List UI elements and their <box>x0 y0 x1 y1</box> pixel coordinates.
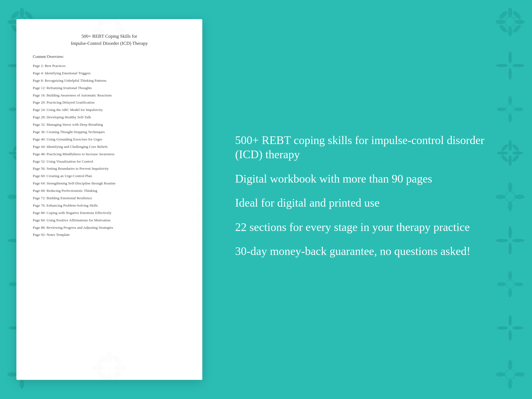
svg-point-119 <box>107 373 112 380</box>
document-watermark-right <box>189 158 202 241</box>
toc-item: Page 12: Reframing Irrational Thoughts <box>33 84 186 92</box>
toc-item: Page 8: Recognizing Unhelpful Thinking P… <box>33 77 186 84</box>
svg-point-104 <box>111 19 123 28</box>
toc-item: Page 48: Practicing Mindfulness to Incre… <box>33 151 186 158</box>
document-watermark-bottom <box>68 351 150 380</box>
document-title: 500+ REBT Coping Skills for Impulse-Cont… <box>33 33 186 47</box>
toc-item: Page 88: Reviewing Progress and Adjustin… <box>33 224 186 231</box>
toc-item: Page 40: Using Grounding Exercises for U… <box>33 136 186 143</box>
marketing-point-1: 500+ REBT coping skills for impulse-cont… <box>235 133 510 162</box>
toc-item: Page 36: Creating Thought-Stopping Techn… <box>33 128 186 136</box>
main-layout: 500+ REBT Coping Skills for Impulse-Cont… <box>0 0 532 399</box>
svg-point-115 <box>197 212 202 224</box>
marketing-point-4: 22 sections for every stage in your ther… <box>235 220 510 234</box>
toc-item: Page 52: Using Visualization for Control <box>33 158 186 165</box>
toc-item: Page 2: Best Practices <box>33 62 186 70</box>
svg-point-108 <box>17 179 21 191</box>
marketing-point-2: Digital workbook with more than 90 pages <box>235 172 510 186</box>
svg-point-122 <box>96 354 107 366</box>
toc-item: Page 32: Managing Stress with Deep Breat… <box>33 121 186 128</box>
svg-point-111 <box>17 228 21 240</box>
svg-point-113 <box>197 179 202 191</box>
svg-point-123 <box>111 354 123 366</box>
toc-item: Page 68: Reducing Perfectionistic Thinki… <box>33 187 186 195</box>
svg-point-107 <box>17 163 21 175</box>
svg-point-118 <box>107 351 112 363</box>
toc-item: Page 80: Coping with Negative Emotions E… <box>33 209 186 217</box>
toc-item: Page 84: Using Positive Affirmations for… <box>33 217 186 224</box>
content-overview-heading: Content Overview: <box>33 54 186 59</box>
toc-item: Page 16: Building Awareness of Automatic… <box>33 92 186 99</box>
svg-point-99 <box>107 19 112 25</box>
toc-item: Page 20: Practicing Delayed Gratificatio… <box>33 99 186 106</box>
marketing-panel: 500+ REBT coping skills for impulse-cont… <box>219 0 532 399</box>
toc-item: Page 76: Enhancing Problem-Solving Skill… <box>33 202 186 209</box>
toc-item: Page 28: Developing Healthy Self-Talk <box>33 114 186 121</box>
document-watermark-left <box>16 158 30 241</box>
toc-item: Page 72: Building Emotional Resilience <box>33 195 186 202</box>
svg-point-117 <box>101 360 118 376</box>
toc-item: Page 60: Creating an Urge-Control Plan <box>33 172 186 180</box>
svg-point-124 <box>96 370 107 380</box>
svg-point-101 <box>92 27 104 33</box>
table-of-contents: Page 2: Best PracticesPage 4: Identifyin… <box>33 62 186 239</box>
document-card: 500+ REBT Coping Skills for Impulse-Cont… <box>16 19 202 380</box>
toc-item: Page 4: Identifying Emotional Triggers <box>33 70 186 77</box>
document-panel: 500+ REBT Coping Skills for Impulse-Cont… <box>0 0 219 399</box>
svg-point-102 <box>114 27 126 33</box>
svg-point-125 <box>111 370 123 380</box>
toc-item: Page 56: Setting Boundaries to Prevent I… <box>33 165 186 172</box>
marketing-point-3: Ideal for digital and printed use <box>235 196 510 210</box>
svg-point-103 <box>96 19 107 28</box>
svg-point-109 <box>17 196 21 208</box>
toc-item: Page 92: Notes Template <box>33 231 186 239</box>
svg-point-116 <box>197 228 202 240</box>
marketing-point-5: 30-day money-back guarantee, no question… <box>235 244 510 259</box>
toc-item: Page 64: Strengthening Self-Discipline t… <box>33 180 186 187</box>
svg-point-120 <box>92 365 104 371</box>
svg-point-112 <box>197 163 202 175</box>
toc-item: Page 24: Using the ABC Model for Impulsi… <box>33 106 186 114</box>
svg-point-114 <box>197 196 202 208</box>
svg-point-121 <box>114 365 126 371</box>
svg-point-110 <box>17 212 21 224</box>
toc-item: Page 44: Identifying and Challenging Cor… <box>33 143 186 151</box>
